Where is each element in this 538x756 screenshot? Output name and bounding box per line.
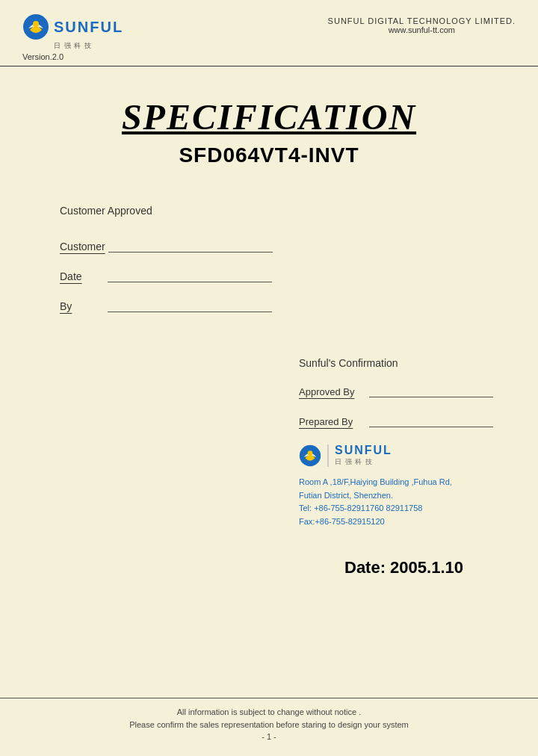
svg-point-1 bbox=[33, 21, 39, 27]
logo-divider bbox=[327, 444, 329, 467]
date-bottom: Date: 2005.1.10 bbox=[45, 558, 493, 577]
sunful-logo-icon bbox=[22, 13, 49, 40]
footer-line1: All information is subject to change wit… bbox=[22, 706, 516, 719]
address-line1: Room A ,18/F,Haiying Building ,Fuhua Rd, bbox=[299, 476, 493, 489]
sunful-chinese-text: 日 强 科 技 bbox=[335, 457, 392, 467]
customer-field-row: Customer bbox=[60, 239, 493, 252]
header: SUNFUL 日 强 科 技 Version.2.0 SUNFUL DIGITA… bbox=[0, 0, 538, 66]
fax: Fax:+86-755-82915120 bbox=[299, 515, 493, 529]
svg-point-3 bbox=[308, 450, 313, 456]
prepared-by-label: Prepared By bbox=[299, 416, 366, 427]
address-block: Room A ,18/F,Haiying Building ,Fuhua Rd,… bbox=[299, 476, 493, 528]
footer: All information is subject to change wit… bbox=[0, 698, 538, 749]
approved-by-line bbox=[369, 384, 493, 397]
sunful-small-logo-icon bbox=[299, 444, 321, 467]
address-line2: Futian District, Shenzhen. bbox=[299, 489, 493, 503]
company-name: SUNFUL DIGITAL TECHNOLOGY LIMITED. bbox=[328, 16, 516, 25]
sunful-brand-text: SUNFUL bbox=[335, 444, 392, 457]
approved-by-label: Approved By bbox=[299, 386, 366, 397]
confirmation-section: Sunful's Confirmation Approved By Prepar… bbox=[299, 357, 493, 528]
by-field-row: By bbox=[60, 299, 493, 312]
date-label: Date bbox=[60, 270, 105, 282]
customer-label: Customer bbox=[60, 241, 105, 252]
date-line bbox=[108, 269, 272, 282]
prepared-by-line bbox=[369, 414, 493, 427]
sunful-text-block: SUNFUL 日 强 科 技 bbox=[335, 444, 392, 467]
logo-brand-text: SUNFUL bbox=[54, 19, 123, 36]
date-field-row: Date bbox=[60, 269, 493, 282]
title-section: SPECIFICATION SFD064VT4-INVT bbox=[45, 96, 493, 167]
specification-title: SPECIFICATION bbox=[45, 96, 493, 137]
approved-by-row: Approved By bbox=[299, 384, 493, 397]
footer-line2: Please confirm the sales representation … bbox=[22, 719, 516, 732]
confirmation-title: Sunful's Confirmation bbox=[299, 357, 493, 369]
sunful-small-logo: SUNFUL 日 强 科 技 bbox=[299, 444, 493, 467]
page: SUNFUL 日 强 科 技 Version.2.0 SUNFUL DIGITA… bbox=[0, 0, 538, 756]
customer-line bbox=[108, 239, 273, 252]
main-content: SPECIFICATION SFD064VT4-INVT Customer Ap… bbox=[0, 66, 538, 592]
logo-area: SUNFUL 日 强 科 技 Version.2.0 bbox=[22, 13, 123, 61]
by-label: By bbox=[60, 300, 105, 312]
logo-subtext: 日 强 科 技 bbox=[54, 41, 92, 51]
customer-section: Customer Approved Customer Date By bbox=[60, 205, 493, 312]
logo-row: SUNFUL bbox=[22, 13, 123, 40]
company-info: SUNFUL DIGITAL TECHNOLOGY LIMITED. www.s… bbox=[328, 13, 516, 34]
customer-approved-label: Customer Approved bbox=[60, 205, 493, 217]
prepared-by-row: Prepared By bbox=[299, 414, 493, 427]
by-line bbox=[108, 299, 272, 312]
footer-page: - 1 - bbox=[22, 732, 516, 741]
company-website: www.sunful-tt.com bbox=[328, 25, 516, 34]
model-number: SFD064VT4-INVT bbox=[45, 143, 493, 167]
version-label: Version.2.0 bbox=[22, 52, 64, 61]
tel: Tel: +86-755-82911760 82911758 bbox=[299, 502, 493, 515]
